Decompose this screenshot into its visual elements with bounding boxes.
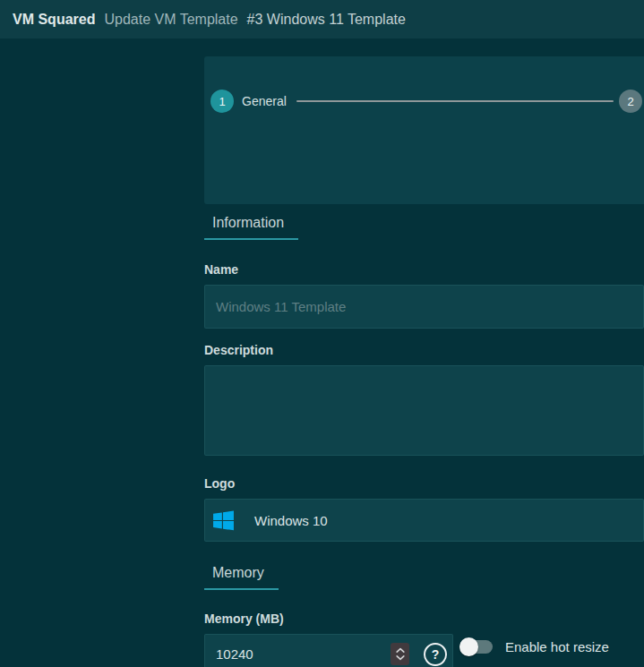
help-icon-glyph: ? xyxy=(432,647,440,662)
description-textarea[interactable] xyxy=(204,365,644,456)
name-field-label: Name xyxy=(204,262,644,277)
section-heading-information: Information xyxy=(204,213,298,240)
memory-mb-label: Memory (MB) xyxy=(204,611,644,626)
description-field-label: Description xyxy=(204,343,644,357)
step-1-indicator[interactable]: 1 xyxy=(210,90,234,113)
logo-selected-value: Windows 10 xyxy=(254,513,328,528)
page-title: Update VM Template xyxy=(104,12,237,28)
memory-field-area: Memory (MB) ? Enable hot resize xyxy=(204,611,644,667)
app-brand: VM Squared xyxy=(13,12,95,28)
section-heading-memory: Memory xyxy=(204,563,279,590)
hot-resize-label: Enable hot resize xyxy=(505,639,609,654)
wizard-stepper: 1 General 2 xyxy=(210,90,644,113)
name-input[interactable] xyxy=(204,285,644,329)
form-content: 1 General 2 Information Name Description… xyxy=(204,56,644,667)
stepper-connector-line xyxy=(296,100,614,102)
step-2-indicator[interactable]: 2 xyxy=(619,90,642,113)
toggle-knob xyxy=(459,637,478,656)
number-stepper-icon[interactable] xyxy=(391,643,409,665)
wizard-card: 1 General 2 xyxy=(204,56,644,204)
hot-resize-toggle[interactable] xyxy=(459,640,493,654)
step-1-number: 1 xyxy=(219,95,225,108)
logo-select[interactable]: Windows 10 xyxy=(204,499,644,542)
step-1-label: General xyxy=(242,94,287,108)
windows-logo-icon xyxy=(212,509,235,532)
top-header-bar: VM Squared Update VM Template #3 Windows… xyxy=(0,0,644,38)
memory-mb-input[interactable] xyxy=(205,635,452,667)
memory-mb-input-wrap: ? xyxy=(204,634,453,667)
breadcrumb-context: #3 Windows 11 Template xyxy=(247,12,406,28)
step-2-number: 2 xyxy=(627,95,633,108)
hot-resize-toggle-group: Enable hot resize xyxy=(459,639,609,654)
logo-field-label: Logo xyxy=(204,476,644,491)
help-icon[interactable]: ? xyxy=(424,643,447,666)
